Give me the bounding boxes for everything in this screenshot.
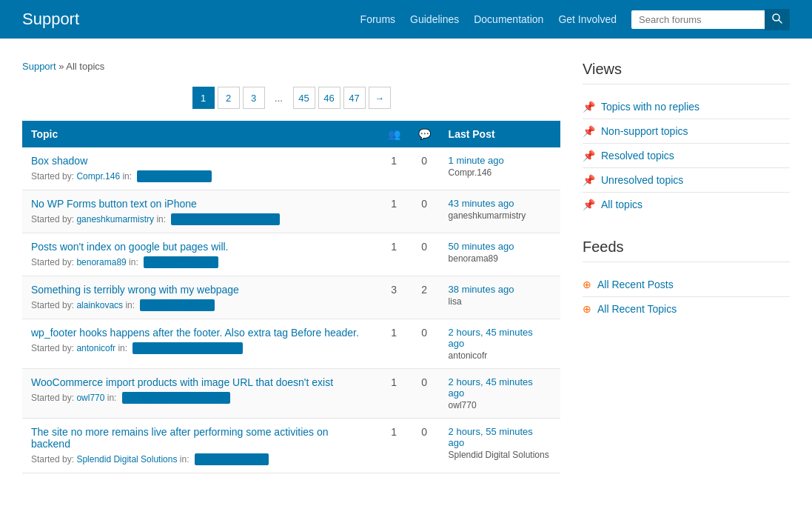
- last-post-link[interactable]: 50 minutes ago: [449, 241, 551, 252]
- topic-forum[interactable]: Developing with WordPress: [132, 342, 243, 354]
- last-post-link[interactable]: 43 minutes ago: [449, 198, 551, 209]
- topic-title[interactable]: Box shadow: [31, 155, 370, 167]
- last-post-author: lisa: [449, 296, 551, 307]
- topic-forum[interactable]: Fixing WordPress: [144, 256, 218, 268]
- topic-replies: 0: [409, 319, 440, 369]
- topic-title[interactable]: The site no more remains live after perf…: [31, 426, 370, 450]
- list-item: ⊕All Recent Topics: [583, 297, 790, 321]
- views-list: 📌Topics with no replies📌Non-support topi…: [583, 95, 790, 216]
- topic-meta: Started by: Splendid Digital Solutions i…: [31, 454, 269, 465]
- last-post-link[interactable]: 38 minutes ago: [449, 284, 551, 295]
- topic-meta: Started by: alainkovacs in: Fixing WordP…: [31, 300, 215, 310]
- topic-last-post: 38 minutes ago lisa: [440, 276, 560, 319]
- table-row: Posts won't index on google but pages wi…: [22, 233, 560, 276]
- views-link[interactable]: Topics with no replies: [601, 101, 699, 113]
- topic-title[interactable]: Something is terribly wrong with my webp…: [31, 284, 370, 296]
- nav-guidelines[interactable]: Guidelines: [410, 13, 459, 25]
- feed-icon: ⊕: [583, 279, 591, 290]
- search-button[interactable]: [765, 9, 790, 30]
- nav-get-involved[interactable]: Get Involved: [558, 13, 617, 25]
- last-post-author: ganeshkumarmistry: [449, 210, 551, 221]
- page-46[interactable]: 46: [318, 87, 340, 109]
- page-3[interactable]: 3: [243, 87, 265, 109]
- breadcrumb-parent[interactable]: Support: [22, 61, 56, 72]
- topic-last-post: 50 minutes ago benorama89: [440, 233, 560, 276]
- topic-replies: 0: [409, 190, 440, 233]
- topic-title[interactable]: Posts won't index on google but pages wi…: [31, 241, 370, 253]
- topic-title[interactable]: wp_footer hooks happens after the footer…: [31, 327, 370, 339]
- topic-meta: Started by: ganeshkumarmistry in: Everyt…: [31, 214, 280, 224]
- feeds-section: Feeds ⊕All Recent Posts⊕All Recent Topic…: [583, 239, 790, 321]
- views-link[interactable]: Resolved topics: [601, 150, 674, 162]
- list-item: 📌Topics with no replies: [583, 95, 790, 119]
- col-topic: Topic: [22, 121, 379, 147]
- feeds-link[interactable]: All Recent Topics: [597, 303, 677, 315]
- search-input[interactable]: [631, 10, 765, 29]
- table-row: The site no more remains live after perf…: [22, 419, 560, 473]
- topic-author[interactable]: owl770: [76, 393, 104, 403]
- topic-author[interactable]: alainkovacs: [76, 300, 123, 310]
- list-item: 📌Unresolved topics: [583, 168, 790, 193]
- table-row: WooCommerce import products with image U…: [22, 369, 560, 419]
- topic-voices: 3: [379, 276, 409, 319]
- search-icon: [772, 13, 782, 24]
- last-post-author: Splendid Digital Solutions: [449, 450, 551, 460]
- topic-title[interactable]: No WP Forms button text on iPhone: [31, 198, 370, 210]
- topic-forum[interactable]: Fixing WordPress: [140, 299, 215, 311]
- last-post-link[interactable]: 1 minute ago: [449, 155, 551, 166]
- last-post-author: owl770: [449, 400, 551, 410]
- last-post-link[interactable]: 2 hours, 45 minutes ago: [449, 327, 551, 349]
- table-row: wp_footer hooks happens after the footer…: [22, 319, 560, 369]
- svg-line-1: [779, 20, 782, 23]
- page-47[interactable]: 47: [343, 87, 366, 109]
- last-post-author: benorama89: [449, 253, 551, 264]
- page-1[interactable]: 1: [192, 87, 215, 109]
- pin-icon: 📌: [583, 101, 595, 113]
- views-link[interactable]: All topics: [601, 199, 642, 210]
- topic-author[interactable]: ganeshkumarmistry: [76, 214, 154, 224]
- site-title: Support: [22, 10, 79, 29]
- topic-title[interactable]: WooCommerce import products with image U…: [31, 376, 370, 388]
- topic-replies: 0: [409, 369, 440, 419]
- views-heading: Views: [583, 61, 790, 84]
- topic-meta: Started by: Compr.146 in: Fixing WordPre…: [31, 171, 212, 182]
- page-next[interactable]: →: [369, 87, 391, 109]
- topic-last-post: 43 minutes ago ganeshkumarmistry: [440, 190, 560, 233]
- topic-voices: 1: [379, 419, 409, 473]
- topic-last-post: 1 minute ago Compr.146: [440, 147, 560, 190]
- col-voices: 👥: [379, 121, 409, 147]
- list-item: ⊕All Recent Posts: [583, 273, 790, 297]
- col-replies: 💬: [409, 121, 440, 147]
- topic-replies: 0: [409, 419, 440, 473]
- nav-forums[interactable]: Forums: [360, 13, 395, 25]
- feeds-link[interactable]: All Recent Posts: [597, 279, 674, 290]
- page-45[interactable]: 45: [293, 87, 315, 109]
- topic-author[interactable]: benorama89: [76, 257, 126, 267]
- last-post-author: antonicofr: [449, 350, 551, 361]
- topic-last-post: 2 hours, 45 minutes ago antonicofr: [440, 319, 560, 369]
- last-post-link[interactable]: 2 hours, 45 minutes ago: [449, 376, 551, 399]
- topic-forum[interactable]: Everything else WordPress: [122, 392, 230, 404]
- pin-icon: 📌: [583, 125, 595, 137]
- pin-icon: 📌: [583, 199, 595, 210]
- topic-forum[interactable]: Fixing WordPress: [195, 453, 269, 465]
- views-link[interactable]: Unresolved topics: [601, 174, 683, 186]
- last-post-link[interactable]: 2 hours, 55 minutes ago: [449, 426, 551, 448]
- list-item: 📌Non-support topics: [583, 119, 790, 144]
- feeds-heading: Feeds: [583, 239, 790, 262]
- topic-replies: 0: [409, 147, 440, 190]
- nav-documentation[interactable]: Documentation: [474, 13, 543, 25]
- topic-voices: 1: [379, 147, 409, 190]
- topic-voices: 1: [379, 369, 409, 419]
- topic-forum[interactable]: Everything else WordPress: [171, 213, 279, 225]
- topic-meta: Started by: owl770 in: Everything else W…: [31, 393, 230, 403]
- topic-forum[interactable]: Fixing WordPress: [137, 170, 212, 182]
- topic-author[interactable]: Splendid Digital Solutions: [76, 454, 177, 465]
- page-2[interactable]: 2: [218, 87, 240, 109]
- topic-voices: 1: [379, 233, 409, 276]
- topic-author[interactable]: Compr.146: [76, 171, 120, 182]
- feeds-list: ⊕All Recent Posts⊕All Recent Topics: [583, 273, 790, 321]
- views-link[interactable]: Non-support topics: [601, 125, 688, 137]
- pagination: 1 2 3 ... 45 46 47 →: [22, 87, 560, 109]
- topic-author[interactable]: antonicofr: [76, 343, 115, 353]
